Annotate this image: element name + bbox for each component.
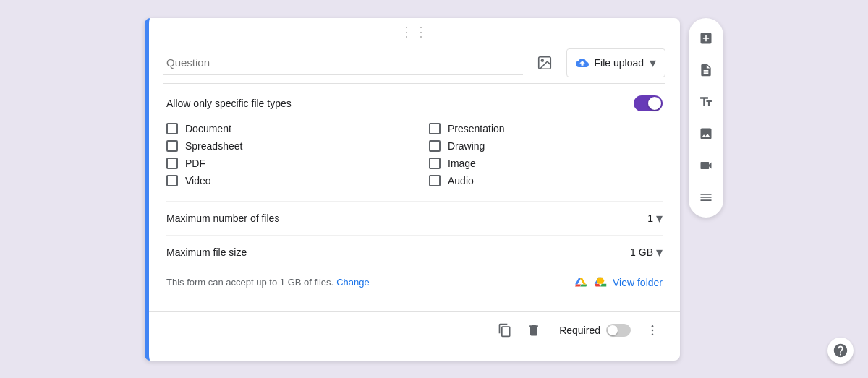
video-label: Video (185, 175, 211, 186)
card-header: File upload ▾ (149, 43, 680, 83)
type-chevron-icon: ▾ (650, 55, 656, 71)
footer-info-left: This form can accept up to 1 GB of files… (166, 277, 370, 288)
required-section: Required (553, 324, 637, 337)
view-folder-button[interactable]: View folder (574, 275, 663, 291)
question-input[interactable] (163, 51, 523, 75)
duplicate-button[interactable] (492, 317, 518, 343)
allow-specific-row: Allow only specific file types (166, 95, 663, 111)
view-folder-label: View folder (613, 277, 663, 288)
change-link[interactable]: Change (336, 277, 370, 288)
audio-label: Audio (448, 175, 474, 186)
import-questions-button[interactable] (692, 56, 720, 85)
card-body: Allow only specific file types Document … (149, 84, 680, 305)
max-files-label: Maximum number of files (166, 212, 279, 224)
pdf-label: PDF (185, 158, 205, 169)
add-title-button[interactable] (692, 87, 720, 116)
max-files-chevron-icon: ▾ (656, 210, 663, 226)
checkbox-audio: Audio (429, 175, 663, 186)
image-checkbox[interactable] (429, 158, 441, 169)
required-toggle[interactable] (606, 324, 631, 337)
footer-info: This form can accept up to 1 GB of files… (166, 269, 663, 293)
toggle-slider (634, 95, 663, 111)
allow-specific-label: Allow only specific file types (166, 98, 292, 109)
max-size-label: Maximum file size (166, 246, 247, 258)
image-label: Image (448, 158, 476, 169)
pdf-checkbox[interactable] (166, 158, 178, 169)
question-tools-sidebar (689, 18, 723, 218)
svg-point-4 (652, 333, 654, 335)
type-label: File upload (595, 57, 644, 69)
max-size-value: 1 GB (630, 246, 653, 258)
add-question-button[interactable] (692, 24, 720, 53)
video-checkbox[interactable] (166, 175, 178, 186)
presentation-label: Presentation (448, 123, 505, 134)
question-card: ⋮⋮ File upload ▾ Allow only spe (145, 18, 680, 361)
image-icon-button[interactable] (532, 50, 558, 76)
max-size-chevron-icon: ▾ (656, 244, 663, 260)
allow-specific-toggle[interactable] (634, 95, 663, 111)
checkbox-drawing: Drawing (429, 140, 663, 152)
checkbox-image: Image (429, 158, 663, 169)
max-files-row: Maximum number of files 1 ▾ (166, 201, 663, 235)
document-label: Document (185, 123, 231, 134)
type-select-button[interactable]: File upload ▾ (566, 48, 666, 77)
add-image-button[interactable] (692, 119, 720, 148)
max-size-dropdown[interactable]: 1 GB ▾ (630, 244, 663, 260)
footer-info-text: This form can accept up to 1 GB of files… (166, 277, 333, 288)
checkbox-pdf: PDF (166, 158, 400, 169)
checkbox-spreadsheet: Spreadsheet (166, 140, 400, 152)
required-label: Required (559, 325, 600, 336)
svg-point-2 (652, 325, 654, 327)
drag-handle[interactable]: ⋮⋮ (149, 18, 680, 43)
card-footer: Required (149, 311, 680, 349)
checkbox-video: Video (166, 175, 400, 186)
add-video-button[interactable] (692, 151, 720, 180)
more-options-button[interactable] (639, 317, 665, 343)
svg-point-3 (652, 329, 654, 331)
delete-button[interactable] (521, 317, 547, 343)
svg-point-1 (541, 59, 543, 61)
max-files-value: 1 (647, 212, 653, 224)
checkbox-presentation: Presentation (429, 123, 663, 134)
spreadsheet-checkbox[interactable] (166, 140, 178, 152)
checkbox-document: Document (166, 123, 400, 134)
drawing-label: Drawing (448, 140, 485, 152)
spreadsheet-label: Spreadsheet (185, 140, 242, 152)
audio-checkbox[interactable] (429, 175, 441, 186)
document-checkbox[interactable] (166, 123, 178, 134)
help-button[interactable] (827, 338, 854, 364)
drawing-checkbox[interactable] (429, 140, 441, 152)
max-size-row: Maximum file size 1 GB ▾ (166, 235, 663, 269)
presentation-checkbox[interactable] (429, 123, 441, 134)
file-types-grid: Document Presentation Spreadsheet Drawin… (166, 123, 663, 186)
max-files-dropdown[interactable]: 1 ▾ (647, 210, 663, 226)
add-section-button[interactable] (692, 183, 720, 212)
